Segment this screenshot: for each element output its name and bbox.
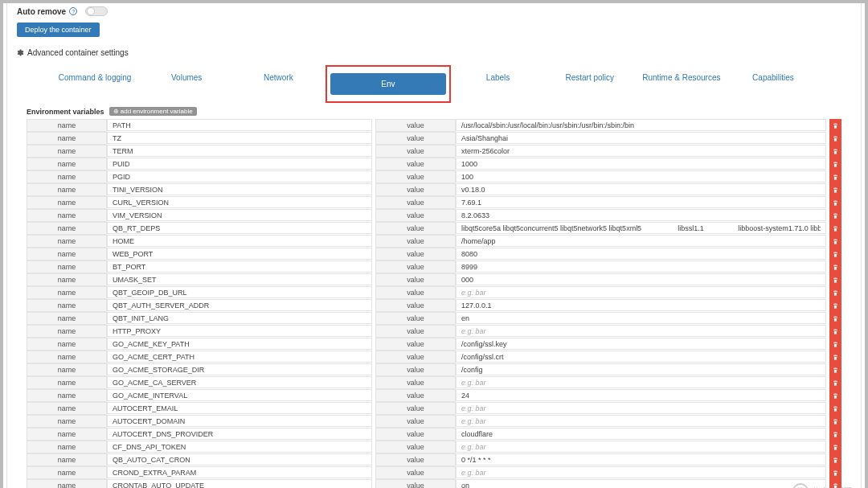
tab-restart-policy[interactable]: Restart policy [546, 67, 634, 101]
add-env-var-button[interactable]: ⊕ add environment variable [109, 107, 197, 116]
env-name-input[interactable] [107, 222, 372, 234]
env-name-input[interactable] [107, 415, 372, 427]
env-name-input[interactable] [107, 453, 372, 465]
env-name-input[interactable] [107, 286, 372, 298]
env-value-input[interactable] [456, 248, 826, 260]
env-name-input[interactable] [107, 132, 372, 144]
delete-env-button[interactable] [829, 441, 841, 453]
env-value-input[interactable] [456, 466, 826, 478]
env-value-input[interactable] [456, 170, 826, 182]
delete-env-button[interactable] [829, 248, 841, 260]
env-value-input[interactable] [456, 183, 826, 195]
env-name-input[interactable] [107, 196, 372, 208]
delete-env-button[interactable] [829, 402, 841, 415]
tab-capabilities[interactable]: Capabilities [729, 67, 817, 101]
env-value-input[interactable] [456, 453, 826, 465]
env-value-input[interactable] [456, 312, 826, 324]
env-value-input[interactable] [456, 402, 826, 414]
env-value-input[interactable] [456, 209, 826, 221]
env-name-input[interactable] [107, 183, 372, 195]
tab-labels[interactable]: Labels [454, 67, 542, 101]
env-name-input[interactable] [107, 479, 372, 488]
tab-runtime-resources[interactable]: Runtime & Resources [637, 67, 726, 101]
env-name-input[interactable] [107, 351, 372, 363]
env-name-input[interactable] [107, 466, 372, 478]
env-name-input[interactable] [107, 260, 372, 273]
tab-env[interactable]: Env [330, 73, 445, 95]
delete-env-button[interactable] [829, 453, 841, 466]
delete-env-button[interactable] [829, 170, 841, 183]
delete-env-button[interactable] [829, 209, 841, 222]
env-value-input[interactable] [456, 441, 826, 453]
env-name-input[interactable] [107, 312, 372, 324]
env-value-input[interactable] [456, 158, 826, 170]
delete-env-button[interactable] [829, 466, 841, 479]
delete-env-button[interactable] [829, 222, 841, 235]
delete-env-button[interactable] [829, 363, 841, 376]
env-name-input[interactable] [107, 299, 372, 311]
env-name-input[interactable] [107, 248, 372, 260]
env-name-input[interactable] [107, 402, 372, 414]
env-name-input[interactable] [107, 145, 372, 157]
env-value-input[interactable] [456, 299, 826, 311]
env-value-input[interactable] [456, 260, 826, 273]
env-name-input[interactable] [107, 273, 372, 285]
delete-env-button[interactable] [829, 299, 841, 312]
tab-volumes[interactable]: Volumes [142, 67, 231, 101]
delete-env-button[interactable] [829, 132, 841, 145]
env-name-input[interactable] [107, 389, 372, 401]
env-value-input[interactable] [456, 145, 826, 157]
env-value-input[interactable] [456, 196, 826, 208]
delete-env-button[interactable] [829, 286, 841, 299]
env-value-input[interactable] [456, 273, 826, 285]
help-icon[interactable]: ? [69, 7, 77, 15]
env-name-input[interactable] [107, 428, 372, 440]
delete-env-button[interactable] [829, 428, 841, 441]
env-value-input[interactable] [456, 338, 826, 350]
advanced-settings-toggle[interactable]: Advanced container settings [17, 48, 851, 57]
env-value-input[interactable] [456, 286, 826, 298]
delete-env-button[interactable] [829, 338, 841, 351]
env-value-input[interactable] [456, 132, 826, 144]
delete-env-button[interactable] [829, 312, 841, 325]
env-name-label: name [27, 402, 107, 415]
tab-network[interactable]: Network [234, 67, 322, 101]
delete-env-button[interactable] [829, 351, 841, 363]
env-name-input[interactable] [107, 235, 372, 247]
env-value-input[interactable] [456, 389, 826, 401]
env-name-input[interactable] [107, 363, 372, 375]
env-value-input[interactable] [456, 376, 826, 388]
env-name-input[interactable] [107, 338, 372, 350]
env-value-input[interactable] [456, 428, 826, 440]
delete-env-button[interactable] [829, 119, 841, 132]
env-name-input[interactable] [107, 325, 372, 337]
delete-env-button[interactable] [829, 196, 841, 209]
delete-env-button[interactable] [829, 183, 841, 196]
delete-env-button[interactable] [829, 158, 841, 170]
env-value-input[interactable] [456, 415, 826, 427]
deploy-button[interactable]: Deploy the container [17, 23, 100, 37]
delete-env-button[interactable] [829, 145, 841, 158]
env-value-input[interactable] [456, 479, 826, 488]
tab-command-logging[interactable]: Command & logging [51, 67, 139, 101]
env-value-input[interactable] [456, 119, 826, 131]
env-value-input[interactable] [456, 222, 826, 234]
env-name-input[interactable] [107, 376, 372, 388]
delete-env-button[interactable] [829, 235, 841, 248]
delete-env-button[interactable] [829, 389, 841, 402]
auto-remove-toggle[interactable] [85, 6, 108, 16]
delete-env-button[interactable] [829, 415, 841, 428]
env-value-input[interactable] [456, 351, 826, 363]
delete-env-button[interactable] [829, 325, 841, 338]
env-value-input[interactable] [456, 235, 826, 247]
delete-env-button[interactable] [829, 260, 841, 273]
env-name-input[interactable] [107, 170, 372, 182]
env-value-input[interactable] [456, 325, 826, 337]
env-name-input[interactable] [107, 119, 372, 131]
delete-env-button[interactable] [829, 376, 841, 389]
env-name-input[interactable] [107, 209, 372, 221]
env-value-input[interactable] [456, 363, 826, 375]
env-name-input[interactable] [107, 441, 372, 453]
delete-env-button[interactable] [829, 273, 841, 286]
env-name-input[interactable] [107, 158, 372, 170]
